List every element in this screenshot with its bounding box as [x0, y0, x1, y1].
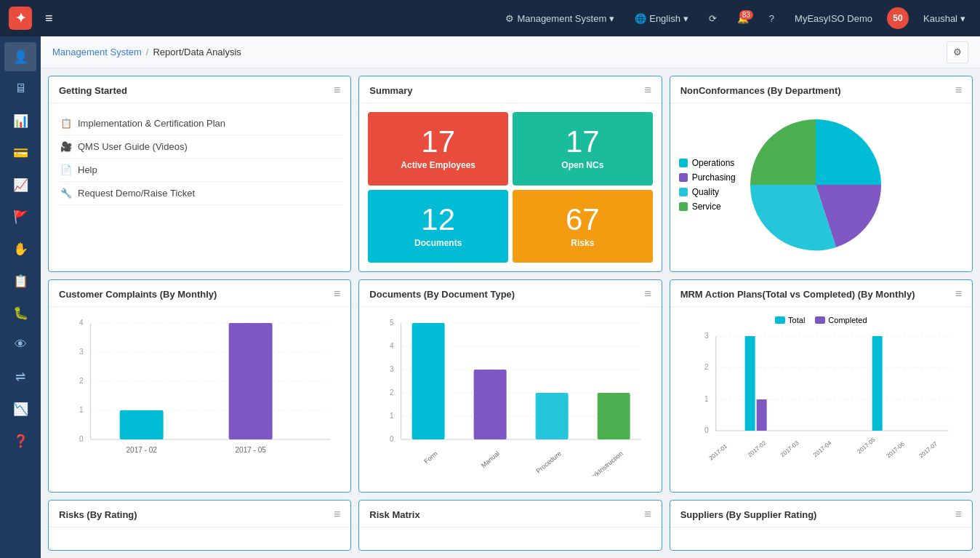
svg-text:2017 - 02: 2017 - 02: [126, 446, 158, 454]
sidebar-item-billing[interactable]: 💳: [4, 138, 36, 167]
svg-text:2017-04: 2017-04: [812, 439, 833, 458]
suppliers-menu[interactable]: ≡: [955, 508, 962, 521]
nonconformances-header: NonConformances (By Department) ≡: [670, 76, 972, 103]
nonconformances-card: NonConformances (By Department) ≡ Operat…: [670, 76, 973, 272]
summary-menu[interactable]: ≡: [644, 84, 651, 97]
list-item[interactable]: 📄 Help: [57, 159, 342, 182]
open-ncs-label: Open NCs: [561, 160, 603, 170]
completed-label: Completed: [828, 316, 867, 324]
sidebar-item-trends[interactable]: 📉: [4, 394, 36, 423]
sidebar-item-approvals[interactable]: ✋: [4, 234, 36, 263]
pie-section: Operations Purchasing Quality Service: [679, 112, 963, 258]
service-color: [679, 202, 688, 211]
list-item[interactable]: 🎥 QMS User Guide (Videos): [57, 135, 342, 159]
quality-color: [679, 188, 688, 196]
documents-menu[interactable]: ≡: [644, 287, 651, 300]
getting-started-header: Getting Started ≡: [49, 76, 350, 103]
svg-text:4: 4: [79, 319, 84, 327]
summary-grid: 17 Active Employees 17 Open NCs 12 Docum…: [368, 112, 652, 263]
chevron-down-icon: ▾: [683, 13, 688, 24]
documents-tile: 12 Documents: [368, 190, 508, 263]
sidebar-item-flags[interactable]: 🚩: [4, 202, 36, 231]
sidebar-item-dashboard[interactable]: 🖥: [4, 74, 36, 103]
sidebar: 👤 🖥 📊 💳 📈 🚩 ✋ 📋 🐛 👁 ⇌ 📉 ❓: [0, 36, 41, 558]
svg-rect-31: [598, 393, 630, 439]
sidebar-item-checklist[interactable]: 📋: [4, 266, 36, 295]
open-ncs-number: 17: [566, 127, 600, 157]
list-item[interactable]: 🔧 Request Demo/Raise Ticket: [57, 182, 342, 205]
risks-number: 67: [566, 204, 600, 235]
svg-text:2: 2: [704, 363, 709, 371]
customer-complaints-header: Customer Complaints (By Monthly) ≡: [49, 280, 350, 307]
svg-rect-11: [120, 410, 164, 439]
doc-icon: 📋: [60, 118, 72, 129]
svg-text:2017-03: 2017-03: [779, 439, 800, 458]
quality-label: Quality: [692, 187, 719, 197]
active-employees-label: Active Employees: [401, 160, 475, 170]
documents-card: Documents (By Document Type) ≡ 0 1 2 3: [358, 279, 662, 493]
breadcrumb-current: Report/Data Analysis: [153, 47, 241, 57]
svg-text:2017-01: 2017-01: [707, 442, 728, 461]
mrm-menu[interactable]: ≡: [955, 287, 962, 300]
mrm-title: MRM Action Plans(Total vs Completed) (By…: [680, 289, 915, 300]
svg-text:1: 1: [390, 412, 394, 420]
getting-started-card: Getting Started ≡ 📋 Implementation & Cer…: [48, 76, 351, 272]
pie-chart: [743, 112, 888, 258]
svg-rect-45: [744, 336, 755, 431]
user-menu[interactable]: Kaushal ▾: [917, 10, 971, 27]
documents-body: 0 1 2 3 4 5 Form Manual Procedure WorkIn…: [359, 307, 661, 492]
pie-legend: Operations Purchasing Quality Service: [679, 158, 736, 212]
customer-complaints-card: Customer Complaints (By Monthly) ≡ 0 1 2…: [48, 279, 351, 493]
network-icon-nav[interactable]: ⟳: [703, 10, 723, 27]
sidebar-item-profile[interactable]: 👤: [4, 42, 36, 71]
suppliers-card: Suppliers (By Supplier Rating) ≡: [670, 500, 973, 551]
language-nav[interactable]: 🌐 English ▾: [629, 10, 694, 27]
customer-complaints-chart: 0 1 2 3 4 2017 - 02 2017 - 05: [57, 316, 342, 476]
svg-text:2: 2: [79, 377, 84, 385]
risks-by-rating-title: Risks (By Rating): [59, 509, 137, 520]
svg-text:Form: Form: [423, 450, 440, 465]
page-settings-button[interactable]: ⚙: [947, 41, 968, 63]
list-item[interactable]: 📋 Implementation & Certification Plan: [57, 112, 342, 135]
svg-rect-30: [536, 393, 569, 439]
mrm-card: MRM Action Plans(Total vs Completed) (By…: [670, 279, 973, 493]
active-employees-number: 17: [421, 127, 455, 157]
risks-by-rating-card: Risks (By Rating) ≡: [48, 500, 351, 551]
getting-started-menu[interactable]: ≡: [334, 84, 340, 97]
customer-complaints-menu[interactable]: ≡: [334, 287, 340, 300]
sidebar-item-reports[interactable]: 📈: [4, 170, 36, 199]
management-system-nav[interactable]: ⚙ Management System ▾: [499, 10, 620, 27]
brand-logo[interactable]: ✦: [9, 7, 32, 30]
risk-matrix-menu[interactable]: ≡: [644, 508, 651, 521]
customer-complaints-body: 0 1 2 3 4 2017 - 02 2017 - 05: [49, 307, 350, 492]
help-button[interactable]: ?: [763, 10, 780, 27]
network-icon: ⟳: [709, 13, 717, 24]
demo-label[interactable]: MyEasyISO Demo: [789, 10, 878, 27]
nonconformances-menu[interactable]: ≡: [955, 84, 962, 97]
sidebar-item-analytics[interactable]: 📊: [4, 106, 36, 135]
nonconformances-body: Operations Purchasing Quality Service: [670, 103, 972, 271]
user-avatar[interactable]: 50: [887, 7, 909, 29]
globe-icon: 🌐: [635, 13, 646, 24]
notifications-button[interactable]: 🔔 83: [731, 10, 755, 27]
risks-by-rating-body: [49, 527, 350, 550]
documents-number: 12: [421, 204, 455, 235]
risks-by-rating-menu[interactable]: ≡: [334, 508, 340, 521]
active-employees-tile: 17 Active Employees: [368, 112, 508, 186]
getting-started-body: 📋 Implementation & Certification Plan 🎥 …: [49, 103, 350, 271]
sidebar-item-issues[interactable]: 🐛: [4, 298, 36, 327]
hamburger-menu[interactable]: ≡: [41, 8, 57, 29]
breadcrumb: Management System / Report/Data Analysis…: [41, 36, 980, 68]
svg-rect-46: [756, 399, 766, 431]
svg-rect-47: [872, 336, 882, 431]
summary-card: Summary ≡ 17 Active Employees 17 Open NC…: [358, 76, 662, 272]
sidebar-item-view[interactable]: 👁: [4, 330, 36, 359]
svg-text:4: 4: [390, 342, 394, 350]
legend-service: Service: [679, 202, 736, 212]
breadcrumb-root[interactable]: Management System: [52, 47, 142, 57]
summary-title: Summary: [369, 85, 412, 96]
mrm-header: MRM Action Plans(Total vs Completed) (By…: [670, 280, 972, 307]
sidebar-item-help[interactable]: ❓: [4, 426, 36, 455]
sidebar-item-transfer[interactable]: ⇌: [4, 362, 36, 391]
documents-title: Documents (By Document Type): [369, 289, 515, 300]
